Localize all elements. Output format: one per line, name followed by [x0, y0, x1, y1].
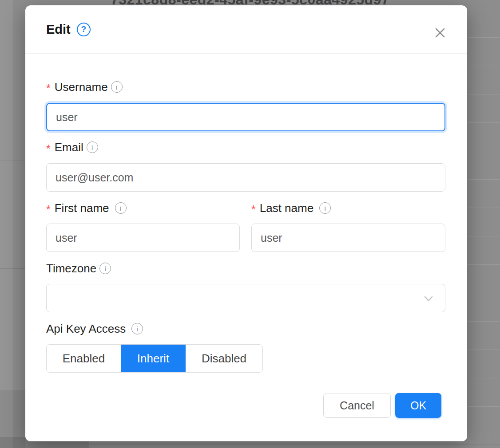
cancel-button[interactable]: Cancel	[323, 393, 391, 418]
required-marker: *	[46, 203, 51, 216]
question-circle-icon[interactable]: ?	[77, 23, 91, 36]
info-circle-icon[interactable]: i	[111, 81, 123, 93]
timezone-select[interactable]	[46, 284, 445, 312]
required-marker: *	[46, 82, 51, 95]
api-key-access-segmented: Enabled Inherit Disabled	[46, 344, 263, 373]
info-circle-icon[interactable]: i	[131, 323, 143, 334]
email-input[interactable]	[46, 163, 445, 192]
segment-inherit[interactable]: Inherit	[121, 345, 186, 372]
last-name-input[interactable]	[251, 224, 445, 252]
timezone-label: Timezone i	[46, 261, 111, 275]
ok-button[interactable]: OK	[395, 393, 441, 418]
api-key-access-label: Api Key Access i	[46, 322, 143, 336]
required-marker: *	[46, 142, 51, 155]
dialog-header: Edit ?	[25, 5, 467, 54]
required-marker: *	[251, 203, 256, 216]
info-circle-icon[interactable]: i	[115, 202, 127, 214]
info-circle-icon[interactable]: i	[87, 141, 98, 153]
first-name-input[interactable]	[46, 224, 240, 252]
last-name-label: * Last name i	[251, 201, 331, 215]
username-input[interactable]	[46, 103, 445, 131]
close-icon[interactable]	[432, 25, 448, 41]
dialog-title: Edit	[46, 22, 71, 37]
info-circle-icon[interactable]: i	[99, 263, 111, 274]
first-name-label: * First name i	[46, 201, 127, 215]
edit-user-dialog: Edit ? * Username i * Email i * Fi	[25, 5, 467, 441]
segment-disabled[interactable]: Disabled	[186, 345, 262, 372]
screen: 7321c8d8-eed2-45af-9e93-5c0aa4925d97 Edi…	[0, 0, 500, 448]
chevron-down-icon	[423, 293, 434, 307]
email-label: * Email i	[46, 140, 98, 154]
segment-enabled[interactable]: Enabled	[47, 345, 121, 372]
info-circle-icon[interactable]: i	[319, 202, 331, 214]
username-label: * Username i	[46, 80, 123, 94]
